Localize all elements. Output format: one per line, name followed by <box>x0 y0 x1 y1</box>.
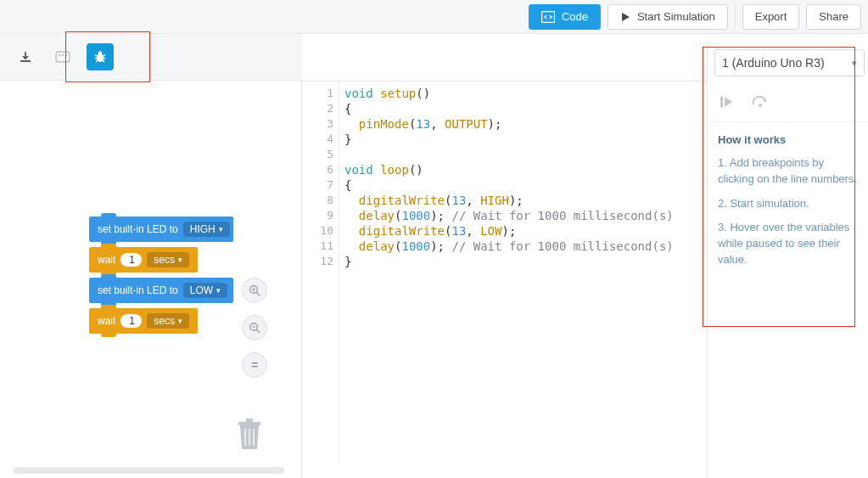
line-number[interactable]: 10 <box>320 224 333 237</box>
line-number[interactable]: 11 <box>320 239 333 252</box>
block-label: wait <box>98 315 115 327</box>
block-value-input[interactable]: 1 <box>120 253 142 267</box>
line-number[interactable]: 8 <box>327 194 333 206</box>
trash-icon <box>235 415 264 451</box>
block-dropdown[interactable]: LOW▾ <box>183 283 227 298</box>
line-number[interactable]: 5 <box>327 148 333 160</box>
chevron-down-icon: ▾ <box>852 58 857 69</box>
svg-rect-2 <box>62 54 64 56</box>
line-number[interactable]: 4 <box>327 132 333 145</box>
line-number[interactable]: 3 <box>327 117 333 130</box>
chevron-down-icon: ▾ <box>178 256 182 264</box>
code-area[interactable]: void setup() { pinMode(13, OUTPUT); } vo… <box>344 82 707 463</box>
line-number[interactable]: 2 <box>327 102 333 115</box>
export-button[interactable]: Export <box>742 4 800 30</box>
download-button[interactable] <box>12 43 39 70</box>
chevron-down-icon: ▾ <box>178 317 182 325</box>
svg-rect-3 <box>65 54 67 56</box>
block-dropdown[interactable]: HIGH▾ <box>183 222 230 237</box>
block-wait-2[interactable]: wait 1 secs▾ <box>89 308 198 334</box>
export-label: Export <box>755 10 787 23</box>
svg-rect-1 <box>59 54 60 56</box>
divider <box>735 4 736 30</box>
chevron-down-icon: ▾ <box>216 286 221 295</box>
device-selector-label: 1 (Arduino Uno R3) <box>722 56 825 70</box>
equals-icon: = <box>251 358 258 372</box>
svg-point-9 <box>759 104 762 107</box>
code-editor[interactable]: 1 2 3 4 5 6 7 8 9 10 11 12 void setup() … <box>302 81 707 463</box>
horizontal-scrollbar[interactable] <box>13 467 284 474</box>
block-set-led-low[interactable]: set built-in LED to LOW▾ <box>89 278 233 303</box>
line-number[interactable]: 7 <box>327 178 333 191</box>
zoom-in-button[interactable] <box>242 278 267 303</box>
serial-monitor-button[interactable] <box>49 43 76 70</box>
block-unit-dropdown[interactable]: secs▾ <box>147 313 189 329</box>
bug-icon <box>92 49 108 65</box>
block-label: set built-in LED to <box>98 284 178 296</box>
debugger-help-step: 2. Start simulation. <box>718 196 858 212</box>
block-value-input[interactable]: 1 <box>120 314 142 328</box>
svg-rect-0 <box>541 11 554 22</box>
debugger-help-title: How it works <box>718 132 858 149</box>
block-wait-1[interactable]: wait 1 secs▾ <box>89 247 198 273</box>
share-label: Share <box>819 10 848 23</box>
blocks-canvas[interactable]: set built-in LED to HIGH▾ wait 1 secs▾ s… <box>0 81 302 478</box>
device-selector[interactable]: 1 (Arduino Uno R3) ▾ <box>714 49 865 76</box>
code-window-icon <box>541 11 555 23</box>
svg-rect-8 <box>720 97 723 107</box>
serial-icon <box>55 51 70 63</box>
debugger-help-step: 3. Hover over the variables while paused… <box>718 220 858 268</box>
top-toolbar: Code Start Simulation Export Share <box>0 0 868 34</box>
step-over-icon <box>752 96 769 108</box>
block-label: wait <box>98 254 115 266</box>
debugger-help: How it works 1. Add breakpoints by click… <box>708 122 868 277</box>
line-number[interactable]: 12 <box>320 255 333 267</box>
debugger-button[interactable] <box>87 43 114 70</box>
resume-icon <box>720 96 733 108</box>
resume-button[interactable] <box>720 96 733 111</box>
debugger-panel: 1 (Arduino Uno R3) ▾ How it works 1. Add… <box>707 42 868 478</box>
block-label: set built-in LED to <box>98 223 178 235</box>
download-icon <box>19 50 32 64</box>
trash-button[interactable] <box>235 415 264 454</box>
debugger-controls <box>708 85 868 122</box>
zoom-out-button[interactable] <box>242 315 267 340</box>
line-number[interactable]: 9 <box>327 209 333 222</box>
zoom-fit-button[interactable]: = <box>242 352 267 378</box>
code-button[interactable]: Code <box>529 4 601 30</box>
line-number[interactable]: 1 <box>327 87 333 99</box>
debugger-help-step: 1. Add breakpoints by clicking on the li… <box>718 155 858 188</box>
block-unit-dropdown[interactable]: secs▾ <box>147 252 189 267</box>
zoom-in-icon <box>249 284 260 296</box>
code-sub-toolbar <box>0 34 302 81</box>
chevron-down-icon: ▾ <box>219 225 223 233</box>
start-simulation-label: Start Simulation <box>637 10 715 23</box>
line-number-gutter[interactable]: 1 2 3 4 5 6 7 8 9 10 11 12 <box>312 82 339 463</box>
block-set-led-high[interactable]: set built-in LED to HIGH▾ <box>89 217 233 242</box>
line-number[interactable]: 6 <box>327 163 333 176</box>
start-simulation-button[interactable]: Start Simulation <box>608 4 728 30</box>
step-over-button[interactable] <box>752 96 769 111</box>
zoom-out-icon <box>249 322 260 334</box>
play-icon <box>620 12 630 22</box>
code-button-label: Code <box>562 10 588 23</box>
share-button[interactable]: Share <box>806 4 861 30</box>
svg-point-5 <box>98 51 102 54</box>
